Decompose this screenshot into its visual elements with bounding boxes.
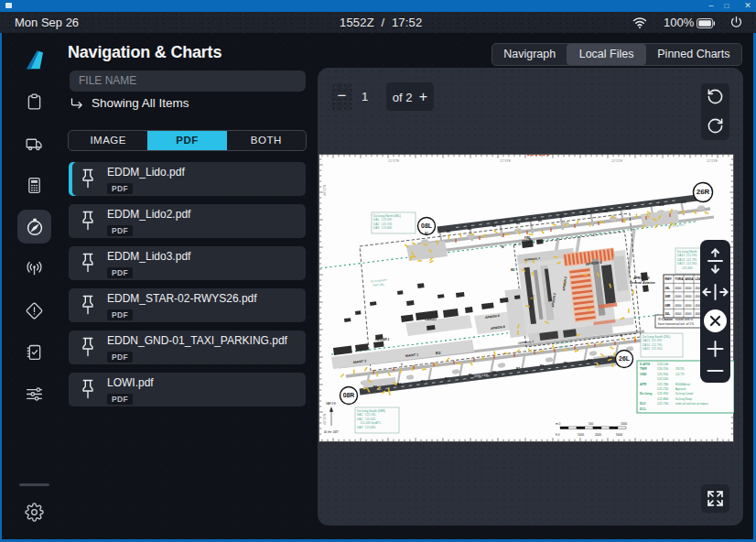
svg-text:ASDA: ASDA bbox=[686, 277, 695, 281]
svg-text:A9: A9 bbox=[604, 210, 608, 213]
svg-text:A7: A7 bbox=[560, 215, 564, 219]
svg-text:L: L bbox=[593, 233, 595, 237]
svg-text:4000: 4000 bbox=[686, 304, 692, 308]
svg-text:VAR 3°E: VAR 3°E bbox=[326, 402, 336, 406]
svg-text:4000: 4000 bbox=[675, 312, 682, 316]
svg-text:26L: 26L bbox=[665, 312, 671, 316]
svg-text:EDDM Arrival: EDDM Arrival bbox=[675, 383, 691, 386]
svg-text:121.445 by ATC: 121.445 by ATC bbox=[357, 421, 382, 425]
svg-text:DA1 121.745: DA1 121.745 bbox=[357, 413, 376, 417]
svg-text:08R: 08R bbox=[665, 304, 672, 308]
svg-text:2000: 2000 bbox=[595, 433, 601, 437]
svg-text:D-ATIS: D-ATIS bbox=[640, 363, 651, 366]
svg-text:B4: B4 bbox=[445, 377, 448, 381]
svg-text:1000: 1000 bbox=[578, 433, 584, 437]
svg-text:4000: 4000 bbox=[675, 304, 682, 308]
svg-text:12°21'E: 12°21'E bbox=[611, 159, 623, 163]
svg-text:121.900: 121.900 bbox=[657, 373, 668, 376]
svg-text:121.775: 121.775 bbox=[675, 373, 685, 376]
svg-text:121.780: 121.780 bbox=[657, 383, 668, 386]
svg-text:RWY: RWY bbox=[665, 277, 673, 281]
svg-text:121.710: 121.710 bbox=[657, 387, 668, 391]
svg-text:B2: B2 bbox=[397, 383, 401, 386]
svg-text:DA3 121.845: DA3 121.845 bbox=[373, 226, 393, 230]
svg-text:A5: A5 bbox=[516, 222, 520, 225]
svg-text:123.130: 123.130 bbox=[657, 363, 668, 366]
svg-text:m 0: m 0 bbox=[556, 422, 561, 426]
svg-text:B12: B12 bbox=[436, 352, 441, 355]
svg-text:48°22'N: 48°22'N bbox=[323, 184, 327, 196]
svg-text:De-Icing South (08R): De-Icing South (08R) bbox=[357, 409, 385, 413]
svg-text:12°23'E: 12°23'E bbox=[707, 159, 718, 163]
svg-text:initial call and start-up requ: initial call and start-up request bbox=[675, 402, 708, 406]
svg-text:A2: A2 bbox=[447, 230, 450, 233]
svg-text:A10: A10 bbox=[626, 207, 632, 211]
svg-text:GND: GND bbox=[640, 373, 647, 376]
svg-text:TWR: TWR bbox=[640, 367, 647, 371]
svg-text:A3: A3 bbox=[468, 227, 471, 231]
svg-text:General Aviation: General Aviation bbox=[630, 281, 655, 285]
svg-text:CARGO: CARGO bbox=[425, 318, 437, 321]
svg-text:12°19'E: 12°19'E bbox=[500, 159, 512, 163]
svg-text:have transversal incl. of 1%: have transversal incl. of 1% bbox=[658, 322, 694, 326]
svg-text:DLV: DLV bbox=[640, 402, 646, 406]
svg-text:B6: B6 bbox=[492, 371, 496, 374]
svg-text:121.950: 121.950 bbox=[657, 392, 668, 396]
svg-text:A6: A6 bbox=[538, 219, 542, 222]
svg-text:APR: APR bbox=[640, 383, 647, 386]
svg-text:26R: 26R bbox=[665, 295, 672, 298]
svg-text:B5: B5 bbox=[469, 374, 472, 377]
svg-text:120.700: 120.700 bbox=[657, 367, 668, 371]
svg-text:08L: 08L bbox=[421, 222, 432, 229]
svg-text:B11: B11 bbox=[608, 356, 613, 360]
svg-text:B8: B8 bbox=[540, 364, 544, 368]
svg-text:DA15 121.950: DA15 121.950 bbox=[677, 262, 697, 266]
svg-text:DA13 121.995: DA13 121.995 bbox=[643, 339, 662, 342]
svg-text:DA2 121.745: DA2 121.745 bbox=[373, 222, 393, 226]
svg-text:HANGAR 1: HANGAR 1 bbox=[375, 338, 389, 341]
svg-text:De-Icing South (26L): De-Icing South (26L) bbox=[643, 335, 670, 339]
svg-text:DA13 121.995: DA13 121.995 bbox=[677, 254, 697, 257]
svg-text:A4: A4 bbox=[492, 224, 496, 228]
svg-text:121.880: 121.880 bbox=[657, 397, 668, 401]
svg-text:W2: W2 bbox=[511, 268, 515, 272]
svg-text:Approach: Approach bbox=[675, 387, 686, 391]
svg-text:B10: B10 bbox=[588, 359, 593, 363]
svg-text:DA3 121.845: DA3 121.845 bbox=[357, 426, 376, 429]
svg-text:A1: A1 bbox=[425, 232, 428, 235]
svg-text:S: S bbox=[621, 334, 622, 338]
svg-text:08L: 08L bbox=[665, 287, 671, 290]
svg-text:A13: A13 bbox=[681, 201, 686, 204]
svg-text:De-Icing Ramp: De-Icing Ramp bbox=[675, 397, 692, 401]
svg-text:12°17'E: 12°17'E bbox=[388, 159, 400, 163]
svg-text:A8: A8 bbox=[582, 212, 586, 216]
svg-text:DA14 121.795: DA14 121.795 bbox=[643, 343, 662, 347]
svg-text:T: T bbox=[401, 363, 403, 367]
svg-text:500: 500 bbox=[589, 422, 594, 426]
svg-text:4000: 4000 bbox=[686, 287, 692, 290]
svg-text:08R: 08R bbox=[343, 392, 355, 398]
svg-text:DA15 121.950: DA15 121.950 bbox=[643, 347, 662, 351]
svg-text:De-Icing: De-Icing bbox=[640, 392, 652, 396]
svg-text:DA2 121.645: DA2 121.645 bbox=[357, 417, 376, 421]
svg-text:121.730: 121.730 bbox=[657, 402, 668, 406]
svg-text:A12: A12 bbox=[659, 203, 664, 207]
svg-text:B9: B9 bbox=[564, 362, 567, 365]
svg-text:48°20'N: 48°20'N bbox=[323, 413, 327, 425]
svg-text:4000: 4000 bbox=[675, 295, 682, 298]
svg-text:DA14 121.795: DA14 121.795 bbox=[677, 258, 697, 262]
svg-text:1000: 1000 bbox=[621, 422, 627, 426]
svg-text:B7: B7 bbox=[516, 367, 520, 371]
svg-text:121.845: 121.845 bbox=[677, 266, 693, 270]
svg-text:40 t/m² 1487: 40 t/m² 1487 bbox=[324, 430, 339, 434]
svg-text:B1: B1 bbox=[373, 385, 377, 389]
svg-text:118.705: 118.705 bbox=[675, 367, 685, 371]
svg-text:De-Icing North (08L): De-Icing North (08L) bbox=[373, 214, 401, 218]
svg-text:5000: 5000 bbox=[616, 433, 622, 437]
svg-text:APRON 13: APRON 13 bbox=[632, 276, 650, 280]
svg-text:De-Icing Control: De-Icing Control bbox=[675, 392, 694, 396]
svg-text:4000: 4000 bbox=[675, 287, 682, 290]
svg-text:N: N bbox=[529, 238, 531, 242]
svg-text:ft 0: ft 0 bbox=[556, 433, 560, 437]
svg-text:121.550: 121.550 bbox=[657, 377, 668, 381]
